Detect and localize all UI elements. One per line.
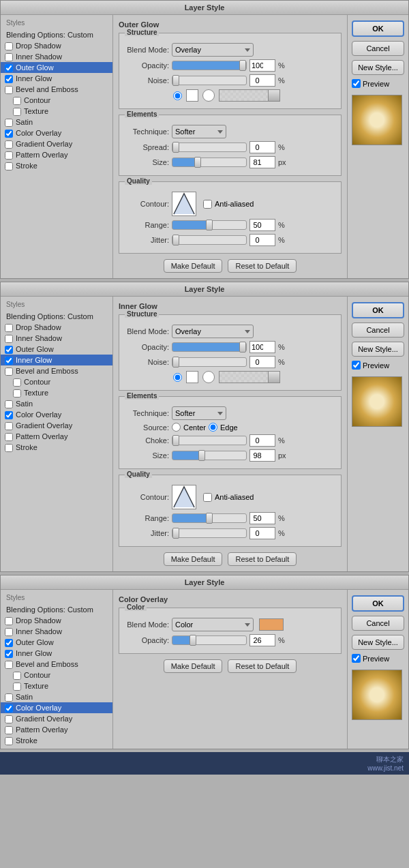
satin-checkbox-2[interactable] xyxy=(5,400,13,408)
sidebar-item-contour-3[interactable]: Contour xyxy=(1,670,112,680)
texture-checkbox-2[interactable] xyxy=(13,389,21,398)
ok-btn-3[interactable]: OK xyxy=(352,595,404,612)
new-style-btn-1[interactable]: New Style... xyxy=(352,60,404,75)
pattern-overlay-checkbox-1[interactable] xyxy=(5,151,13,160)
jitter-slider-2[interactable] xyxy=(172,528,247,538)
satin-checkbox-3[interactable] xyxy=(5,693,13,702)
noise-input-1[interactable] xyxy=(249,74,275,87)
sidebar-item-pattern-overlay-1[interactable]: Pattern Overlay xyxy=(1,149,112,160)
range-slider-1[interactable] xyxy=(172,220,247,230)
noise-input-2[interactable] xyxy=(249,356,275,368)
sidebar-item-blending-options[interactable]: Blending Options: Custom xyxy=(1,29,112,40)
range-input-2[interactable] xyxy=(249,512,275,524)
sidebar-item-pattern-overlay-3[interactable]: Pattern Overlay xyxy=(1,724,112,735)
gradient-overlay-checkbox-2[interactable] xyxy=(5,422,13,430)
contour-thumbnail-2[interactable] xyxy=(172,485,196,509)
make-default-btn-1[interactable]: Make Default xyxy=(164,259,223,273)
inner-shadow-checkbox-3[interactable] xyxy=(5,628,13,636)
ok-btn-1[interactable]: OK xyxy=(352,20,404,37)
preview-checkbox-1[interactable] xyxy=(352,79,361,88)
ok-btn-2[interactable]: OK xyxy=(352,302,404,318)
sidebar-item-pattern-overlay-2[interactable]: Pattern Overlay xyxy=(1,431,112,442)
contour-thumbnail-1[interactable] xyxy=(172,192,196,216)
size-slider-2[interactable] xyxy=(172,451,247,460)
sidebar-item-texture-2[interactable]: Texture xyxy=(1,387,112,398)
cancel-btn-3[interactable]: Cancel xyxy=(352,616,404,631)
size-slider-1[interactable] xyxy=(172,158,247,167)
range-input-1[interactable] xyxy=(249,219,275,231)
jitter-input-1[interactable] xyxy=(249,234,275,246)
pattern-overlay-checkbox-2[interactable] xyxy=(5,433,13,441)
sidebar-item-texture-3[interactable]: Texture xyxy=(1,680,112,691)
contour-checkbox-1[interactable] xyxy=(13,97,21,105)
bevel-emboss-checkbox-1[interactable] xyxy=(5,86,13,94)
sidebar-item-satin-2[interactable]: Satin xyxy=(1,398,112,409)
radio-solid-2[interactable] xyxy=(173,373,182,382)
choke-input-2[interactable] xyxy=(249,434,275,447)
opacity-input-1[interactable] xyxy=(249,59,275,72)
inner-shadow-checkbox-2[interactable] xyxy=(5,335,13,343)
sidebar-item-color-overlay-3[interactable]: Color Overlay xyxy=(1,702,112,713)
color-overlay-checkbox-3[interactable] xyxy=(5,704,13,713)
outer-glow-checkbox-2[interactable] xyxy=(5,346,13,354)
white-swatch-1[interactable] xyxy=(186,89,198,102)
sidebar-item-stroke-3[interactable]: Stroke xyxy=(1,735,112,746)
sidebar-item-contour-1[interactable]: Contour xyxy=(1,95,112,106)
cancel-btn-2[interactable]: Cancel xyxy=(352,323,404,338)
circle-swatch-2[interactable] xyxy=(202,371,215,383)
sidebar-item-bevel-emboss-3[interactable]: Bevel and Emboss xyxy=(1,659,112,670)
contour-checkbox-3[interactable] xyxy=(13,672,21,680)
gradient-swatch-1[interactable] xyxy=(219,89,280,102)
inner-shadow-checkbox-1[interactable] xyxy=(5,53,13,61)
reset-to-default-btn-2[interactable]: Reset to Default xyxy=(228,552,297,566)
new-style-btn-2[interactable]: New Style... xyxy=(352,342,404,357)
sidebar-item-color-overlay-1[interactable]: Color Overlay xyxy=(1,128,112,138)
sidebar-item-blending-options-2[interactable]: Blending Options: Custom xyxy=(1,311,112,322)
sidebar-item-satin-1[interactable]: Satin xyxy=(1,117,112,128)
inner-glow-checkbox-3[interactable] xyxy=(5,650,13,658)
inner-glow-checkbox-1[interactable] xyxy=(5,75,13,83)
size-input-2[interactable] xyxy=(249,449,275,462)
sidebar-item-outer-glow-2[interactable]: Outer Glow xyxy=(1,344,112,355)
sidebar-item-contour-2[interactable]: Contour xyxy=(1,376,112,387)
technique-select-1[interactable]: Softer Precise xyxy=(172,125,226,138)
stroke-checkbox-2[interactable] xyxy=(5,444,13,452)
bevel-emboss-checkbox-2[interactable] xyxy=(5,368,13,376)
sidebar-item-gradient-overlay-2[interactable]: Gradient Overlay xyxy=(1,420,112,431)
gradient-overlay-checkbox-1[interactable] xyxy=(5,140,13,149)
preview-checkbox-3[interactable] xyxy=(352,654,361,663)
satin-checkbox-1[interactable] xyxy=(5,119,13,127)
opacity-slider-2[interactable] xyxy=(172,342,247,352)
opacity-slider-3[interactable] xyxy=(172,635,247,645)
reset-to-default-btn-3[interactable]: Reset to Default xyxy=(228,659,297,673)
jitter-input-2[interactable] xyxy=(249,527,275,539)
drop-shadow-checkbox-2[interactable] xyxy=(5,324,13,332)
preview-checkbox-2[interactable] xyxy=(352,361,361,370)
stroke-checkbox-3[interactable] xyxy=(5,737,13,745)
opacity-input-2[interactable] xyxy=(249,341,275,353)
opacity-input-3[interactable] xyxy=(249,634,275,646)
sidebar-item-inner-glow-2[interactable]: Inner Glow xyxy=(1,355,112,365)
new-style-btn-3[interactable]: New Style... xyxy=(352,635,404,650)
sidebar-item-gradient-overlay-1[interactable]: Gradient Overlay xyxy=(1,138,112,149)
sidebar-item-inner-shadow-3[interactable]: Inner Shadow xyxy=(1,626,112,637)
range-slider-2[interactable] xyxy=(172,513,247,523)
choke-slider-2[interactable] xyxy=(172,436,247,445)
color-overlay-checkbox-1[interactable] xyxy=(5,130,13,138)
sidebar-item-drop-shadow-2[interactable]: Drop Shadow xyxy=(1,322,112,333)
outer-glow-checkbox-1[interactable] xyxy=(5,64,13,72)
sidebar-item-stroke-1[interactable]: Stroke xyxy=(1,160,112,171)
sidebar-item-inner-shadow-2[interactable]: Inner Shadow xyxy=(1,333,112,344)
sidebar-item-gradient-overlay-3[interactable]: Gradient Overlay xyxy=(1,713,112,724)
sidebar-item-bevel-emboss-2[interactable]: Bevel and Emboss xyxy=(1,365,112,376)
sidebar-item-inner-glow-1[interactable]: Inner Glow xyxy=(1,73,112,84)
sidebar-item-satin-3[interactable]: Satin xyxy=(1,691,112,702)
spread-slider-1[interactable] xyxy=(172,143,247,152)
anti-aliased-checkbox-1[interactable] xyxy=(203,200,212,209)
sidebar-item-color-overlay-2[interactable]: Color Overlay xyxy=(1,409,112,420)
source-edge-radio-2[interactable] xyxy=(209,423,217,432)
sidebar-item-outer-glow-3[interactable]: Outer Glow xyxy=(1,637,112,648)
circle-swatch-1[interactable] xyxy=(202,89,215,102)
texture-checkbox-3[interactable] xyxy=(13,683,21,691)
sidebar-item-bevel-emboss-1[interactable]: Bevel and Emboss xyxy=(1,84,112,95)
